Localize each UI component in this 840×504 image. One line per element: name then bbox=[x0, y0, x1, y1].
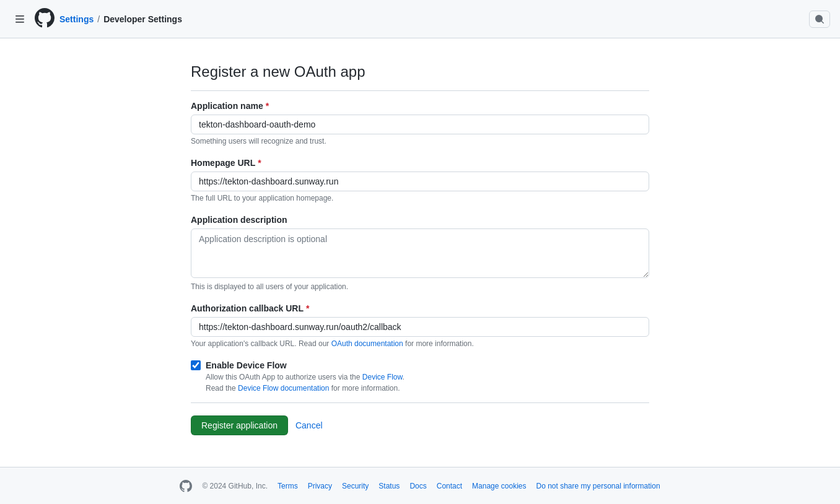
app-name-label: Application name* bbox=[191, 101, 649, 111]
github-logo-link[interactable] bbox=[35, 8, 55, 30]
app-name-hint: Something users will recognize and trust… bbox=[191, 137, 649, 146]
homepage-url-required: * bbox=[258, 158, 261, 168]
homepage-url-label: Homepage URL* bbox=[191, 158, 649, 168]
hamburger-button[interactable] bbox=[10, 9, 30, 29]
search-button[interactable] bbox=[809, 11, 830, 28]
callback-url-hint: Your application's callback URL. Read ou… bbox=[191, 339, 649, 348]
footer-security-link[interactable]: Security bbox=[342, 482, 369, 490]
app-description-label: Application description bbox=[191, 215, 649, 225]
homepage-url-hint: The full URL to your application homepag… bbox=[191, 194, 649, 202]
device-flow-link1[interactable]: Device Flow bbox=[362, 373, 403, 381]
register-oauth-form: Application name* Something users will r… bbox=[191, 101, 649, 435]
device-flow-hint2: Read the Device Flow documentation for m… bbox=[191, 384, 649, 393]
oauth-docs-link[interactable]: OAuth documentation bbox=[331, 339, 403, 348]
footer-status-link[interactable]: Status bbox=[378, 482, 400, 490]
cancel-button[interactable]: Cancel bbox=[295, 417, 323, 433]
main-content: Register a new OAuth app Application nam… bbox=[0, 38, 840, 467]
settings-link[interactable]: Settings bbox=[59, 14, 94, 24]
header-left: Settings / Developer Settings bbox=[10, 8, 809, 30]
callback-url-group: Authorization callback URL* Your applica… bbox=[191, 303, 649, 348]
breadcrumb-separator: / bbox=[97, 14, 100, 24]
app-description-group: Application description This is displaye… bbox=[191, 215, 649, 291]
device-flow-checkbox[interactable] bbox=[191, 360, 201, 370]
page-title: Register a new OAuth app bbox=[191, 63, 649, 91]
footer-manage-cookies-link[interactable]: Manage cookies bbox=[472, 482, 526, 490]
app-description-textarea[interactable] bbox=[191, 228, 649, 278]
footer-github-logo bbox=[180, 480, 192, 492]
callback-url-required: * bbox=[306, 303, 309, 313]
app-name-required: * bbox=[266, 101, 269, 111]
footer-contact-link[interactable]: Contact bbox=[437, 482, 462, 490]
device-flow-link2[interactable]: Device Flow documentation bbox=[238, 384, 329, 393]
footer-do-not-share-link[interactable]: Do not share my personal information bbox=[536, 482, 660, 490]
form-actions: Register application Cancel bbox=[191, 402, 649, 435]
homepage-url-input[interactable] bbox=[191, 172, 649, 191]
footer-copyright: © 2024 GitHub, Inc. bbox=[202, 482, 268, 490]
footer-docs-link[interactable]: Docs bbox=[409, 482, 426, 490]
footer: © 2024 GitHub, Inc. Terms Privacy Securi… bbox=[0, 467, 840, 504]
form-container: Register a new OAuth app Application nam… bbox=[191, 63, 649, 435]
register-application-button[interactable]: Register application bbox=[191, 415, 288, 435]
footer-terms-link[interactable]: Terms bbox=[278, 482, 298, 490]
app-name-group: Application name* Something users will r… bbox=[191, 101, 649, 146]
device-flow-hint1: Allow this OAuth App to authorize users … bbox=[191, 373, 649, 381]
footer-privacy-link[interactable]: Privacy bbox=[308, 482, 332, 490]
developer-settings-label: Developer Settings bbox=[103, 14, 182, 24]
callback-url-input[interactable] bbox=[191, 317, 649, 337]
homepage-url-group: Homepage URL* The full URL to your appli… bbox=[191, 158, 649, 202]
breadcrumb: Settings / Developer Settings bbox=[59, 14, 182, 24]
device-flow-label[interactable]: Enable Device Flow bbox=[191, 360, 649, 370]
device-flow-group: Enable Device Flow Allow this OAuth App … bbox=[191, 360, 649, 393]
callback-url-label: Authorization callback URL* bbox=[191, 303, 649, 313]
app-name-input[interactable] bbox=[191, 115, 649, 134]
app-description-hint: This is displayed to all users of your a… bbox=[191, 282, 649, 291]
header: Settings / Developer Settings bbox=[0, 0, 840, 38]
